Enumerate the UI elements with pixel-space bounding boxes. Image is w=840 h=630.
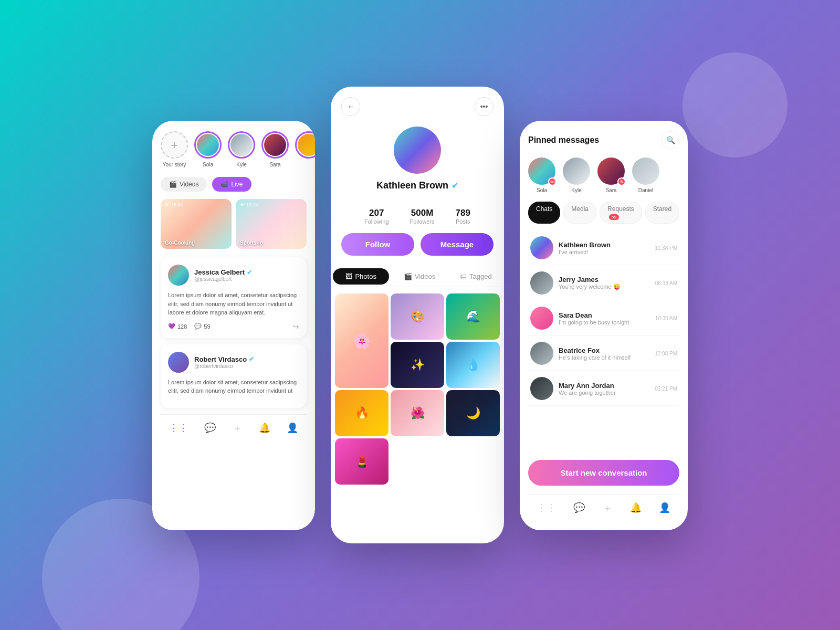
pinned-kyle-avatar [563,158,590,185]
profile-tabs: 🖼 Photos 🎬 Videos 🏷 Tagged [331,266,504,287]
more-button[interactable]: ••• [475,97,494,116]
kyle-story-avatar[interactable] [228,131,255,159]
story-add[interactable]: ＋ Your story [161,131,188,167]
photo-cell-7[interactable]: 🌺 [391,390,444,436]
your-story-label: Your story [163,162,186,167]
sara-chat-time: 10:30 AM [655,316,677,321]
pinned-kyle[interactable]: Kyle [563,158,590,193]
chat-tab-stared[interactable]: Stared [645,202,679,224]
pinned-avatars: 10 Sola Kyle 5 [528,158,679,193]
jerry-chat-avatar [530,271,553,295]
chat-search-button[interactable]: 🔍 [662,131,679,149]
sola-story-avatar[interactable] [194,131,222,159]
photo-cell-1[interactable]: 🌸 [335,293,388,388]
comment-icon: 💬 [194,323,202,330]
videos-button[interactable]: 🎬 Videos [161,177,207,192]
sara-chat-info: Sara Dean I'm going to be busy tonight [559,311,650,326]
phone-chat: Pinned messages 🔍 10 Sola [520,121,688,530]
back-button[interactable]: ← [341,97,360,116]
sara-chat-avatar [530,307,553,330]
extra-story-avatar[interactable] [295,131,315,159]
chat-tabs: Chats Media Requests 59 Stared [528,202,679,224]
jessica-username: @jessicagelbert [194,276,252,282]
story-sara[interactable]: Sara [261,131,289,167]
nav-bell-icon[interactable]: 🔔 [259,422,270,435]
story-kyle[interactable]: Kyle [228,131,255,167]
chat-header: Pinned messages 🔍 [528,131,679,149]
search-icon: 🔍 [666,136,675,144]
photo-cell-2[interactable]: 🎨 [391,293,444,340]
photo-cell-5[interactable]: 💧 [446,342,500,388]
live-icon: 📹 [220,181,228,188]
jessica-avatar [168,265,189,286]
kathleen-chat-info: Kathleen Brown I've arrived! [559,241,649,255]
chat-item-beatrice[interactable]: Beatrice Fox He's taking care of it hims… [528,337,679,371]
chat-nav-bell-icon[interactable]: 🔔 [630,502,642,514]
chat-tab-media[interactable]: Media [563,202,596,224]
eye-icon-2: 👁 [240,202,245,207]
kathleen-chat-time: 11:38 PM [655,245,677,251]
message-button[interactable]: Message [421,233,494,256]
live-button[interactable]: 📹 Live [212,177,251,192]
pinned-sola[interactable]: 10 Sola [528,158,555,193]
robert-name: Robert Virdasco ✔ [194,355,254,363]
robert-avatar [168,352,189,373]
pinned-sola-name: Sola [537,187,547,193]
tab-tagged[interactable]: 🏷 Tagged [448,266,504,287]
chat-item-sara[interactable]: Sara Dean I'm going to be busy tonight 1… [528,301,679,335]
jessica-likes[interactable]: 💜 128 [168,323,187,330]
sara-story-avatar[interactable] [261,131,289,159]
follow-button[interactable]: Follow [341,233,414,256]
video-icon: 🎬 [169,181,177,188]
profile-avatar-ring [394,127,441,174]
photo-grid: 🌸 🎨 🌊 ✨ 💧 🔥 [331,293,504,485]
chat-nav-chat-icon[interactable]: 💬 [573,502,585,514]
tab-photos[interactable]: 🖼 Photos [333,268,389,285]
beatrice-chat-time: 12:08 PM [655,351,677,356]
video-grid: 👁 16.6K Go-Cooking 👁 19.2K Sports-lo [161,199,307,249]
chat-item-maryann[interactable]: Mary Ann Jordan We are going together 03… [528,372,679,406]
sara-chat-name: Sara Dean [559,311,650,319]
sara-badge: 5 [617,177,626,186]
chat-item-kathleen[interactable]: Kathleen Brown I've arrived! 11:38 PM [528,231,679,265]
nav-plus-icon[interactable]: ＋ [233,422,242,435]
nav-user-icon[interactable]: 👤 [287,422,298,435]
chat-item-jerry[interactable]: Jerry James You're very welcome 😜 08:38 … [528,266,679,300]
profile-stats: 207 Following 500M Followers 789 Posts [331,208,504,225]
jerry-chat-name: Jerry James [559,276,650,284]
maryann-chat-name: Mary Ann Jordan [559,382,649,390]
photo-cell-4[interactable]: ✨ [391,342,444,388]
phone-profile: ← ••• Kathleen Brown ✔ 207 [331,87,504,543]
nav-grid-icon[interactable]: ⋮⋮ [169,422,188,435]
chat-title: Pinned messages [528,135,599,145]
video-thumb-1[interactable]: 👁 16.6K Go-Cooking [161,199,232,249]
chat-tab-requests[interactable]: Requests 59 [600,202,642,224]
chat-tab-chats[interactable]: Chats [528,202,560,224]
chat-nav-user-icon[interactable]: 👤 [659,502,670,514]
nav-chat-icon[interactable]: 💬 [204,422,216,435]
pinned-sola-avatar: 10 [528,158,555,185]
video-thumb-2[interactable]: 👁 19.2K Sports-lo [236,199,307,249]
add-story-avatar[interactable]: ＋ [161,131,188,159]
kathleen-chat-name: Kathleen Brown [559,241,649,249]
tab-videos[interactable]: 🎬 Videos [391,266,447,287]
photo-cell-3[interactable]: 🌊 [446,293,500,340]
story-extra[interactable] [295,131,315,159]
maryann-chat-avatar [530,377,553,400]
chat-nav-plus-icon[interactable]: ＋ [603,502,612,514]
jessica-comments[interactable]: 💬 59 [194,323,210,330]
profile-action-buttons: Follow Message [331,233,504,256]
robert-verified-icon: ✔ [249,355,254,363]
pinned-sara[interactable]: 5 Sara [597,158,625,193]
chat-nav-grid-icon[interactable]: ⋮⋮ [537,502,556,514]
photo-cell-8[interactable]: 🌙 [446,390,500,436]
jessica-share-icon[interactable]: ↪ [293,322,299,331]
stat-posts: 789 Posts [456,208,470,225]
photo-cell-9[interactable]: 💄 [335,438,388,485]
stories-row: ＋ Your story Sola Kyle [161,131,307,167]
photo-cell-6[interactable]: 🔥 [335,390,388,436]
new-conversation-button[interactable]: Start new conversation [528,460,679,486]
pinned-daniel[interactable]: Daniel [632,158,659,193]
pinned-daniel-avatar [632,158,659,185]
story-sola[interactable]: Sola [194,131,222,167]
